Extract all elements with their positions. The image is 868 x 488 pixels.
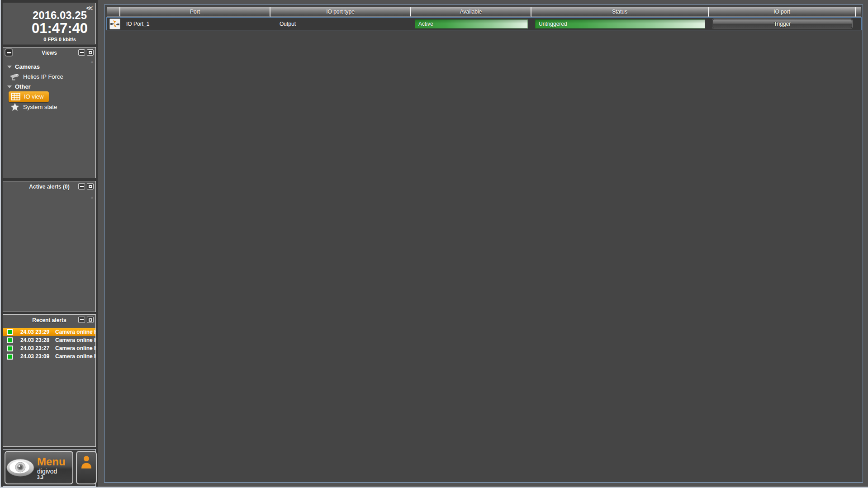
io-port-row[interactable]: IO Port_1 Output Active Untriggered Trig…: [107, 18, 861, 30]
active-alerts-title: Active alerts (0): [29, 184, 69, 190]
tree-item-helios-ip-force[interactable]: Helios IP Force: [3, 71, 95, 82]
alert-time: 24.03 23:09: [20, 353, 55, 360]
table-header-row: Port IO port type Available Status IO po…: [107, 7, 861, 17]
recent-alerts-header: Recent alerts: [3, 315, 95, 326]
alert-status-square-icon: [7, 354, 13, 360]
tree-group-label: Other: [15, 83, 31, 90]
stream-stats: 0 FPS 0 kbit/s: [24, 37, 95, 42]
views-panel-title: Views: [42, 50, 57, 56]
tree-item-io-view[interactable]: IO view: [3, 91, 95, 102]
views-panel-header: Views: [3, 47, 95, 58]
tree-item-label: Helios IP Force: [23, 73, 63, 80]
user-button[interactable]: [76, 451, 97, 484]
alert-text: Camera online Helic: [55, 353, 95, 360]
views-panel: Views ▲ Cameras: [3, 47, 96, 178]
column-header-io-port[interactable]: IO port: [709, 7, 856, 17]
available-status-bar: Active: [415, 19, 528, 28]
expander-down-icon[interactable]: [7, 85, 12, 88]
sidebar: << 2016.03.25 01:47:40 0 FPS 0 kbit/s Vi…: [1, 0, 98, 488]
alert-text: Camera online Helic: [55, 337, 95, 343]
brand-version: 3.3: [37, 475, 66, 480]
column-header-stub: [856, 7, 861, 17]
active-alerts-header: Active alerts (0): [3, 181, 95, 192]
brand-name: digivod: [37, 468, 66, 475]
trigger-button[interactable]: Trigger: [712, 19, 852, 28]
alert-time: 24.03 23:27: [20, 345, 55, 351]
recent-alerts-title: Recent alerts: [32, 317, 66, 323]
minimize-icon: [80, 319, 84, 320]
alert-text: Camera online Helic: [55, 345, 95, 351]
camera-icon: [9, 73, 20, 81]
sidebar-collapse-button[interactable]: <<: [86, 5, 92, 12]
cell-port-name: IO Port_1: [120, 18, 270, 30]
minimize-icon: [80, 52, 84, 53]
tree-item-label: IO view: [24, 93, 43, 100]
panel-minimize-button[interactable]: [78, 183, 85, 190]
panel-maximize-button[interactable]: [87, 49, 94, 56]
grid-icon: [11, 93, 21, 101]
clock-date: 2016.03.25: [24, 9, 95, 21]
alert-row[interactable]: 24.03 23:27 Camera online Helic: [3, 344, 95, 352]
alert-row[interactable]: 24.03 23:29 Camera online Helic: [3, 328, 95, 336]
panel-maximize-button[interactable]: [87, 183, 94, 190]
maximize-icon: [89, 318, 92, 322]
trigger-status-bar: Untriggered: [535, 19, 705, 28]
clock-panel: << 2016.03.25 01:47:40 0 FPS 0 kbit/s: [3, 3, 96, 44]
menu-strip: Menu digivod 3.3: [3, 449, 96, 487]
alert-row[interactable]: 24.03 23:28 Camera online Helic: [3, 336, 95, 344]
panel-minimize-button[interactable]: [78, 49, 85, 56]
panel-minimize-button[interactable]: [78, 317, 85, 323]
column-header-io-port-type[interactable]: IO port type: [270, 7, 411, 17]
menu-label: Menu: [37, 456, 66, 468]
tree-group-label: Cameras: [15, 63, 40, 70]
user-icon: [80, 455, 93, 469]
tree-item-label: System state: [23, 104, 57, 110]
alert-time: 24.03 23:29: [20, 329, 55, 335]
views-tree: ▲ Cameras Helios IP Force Other: [3, 58, 95, 112]
expander-down-icon[interactable]: [7, 66, 12, 68]
alert-row[interactable]: 24.03 23:09 Camera online Helic: [3, 352, 95, 360]
active-alerts-panel: Active alerts (0) ▲: [3, 181, 96, 312]
io-port-table: Port IO port type Available Status IO po…: [107, 7, 861, 30]
recent-alerts-panel: Recent alerts 24.03 23:29 Camera online …: [3, 314, 96, 447]
alert-text: Camera online Helic: [55, 329, 95, 335]
maximize-icon: [89, 185, 92, 188]
alert-status-square-icon: [7, 329, 13, 335]
tree-item-system-state[interactable]: System state: [3, 102, 95, 112]
tree-group-other[interactable]: Other: [3, 82, 95, 91]
star-icon: [9, 103, 20, 111]
io-port-icon: [109, 19, 120, 29]
scroll-up-icon[interactable]: ▲: [90, 195, 94, 199]
column-header-status[interactable]: Status: [531, 7, 709, 17]
selected-pill: IO view: [9, 91, 49, 102]
maximize-icon: [89, 51, 92, 54]
alert-status-square-icon: [7, 337, 13, 343]
column-header-icon[interactable]: [107, 7, 120, 17]
alert-time: 24.03 23:28: [20, 337, 55, 343]
digivod-eye-logo-icon: [5, 456, 35, 479]
minus-icon: [7, 52, 11, 53]
cell-io-port-type: Output: [270, 18, 411, 30]
panel-pin-button[interactable]: [5, 48, 13, 57]
menu-button[interactable]: Menu digivod 3.3: [5, 451, 73, 484]
column-header-port[interactable]: Port: [120, 7, 270, 17]
alert-status-square-icon: [7, 346, 13, 351]
minimize-icon: [80, 186, 84, 187]
column-header-available[interactable]: Available: [411, 7, 531, 17]
tree-group-cameras[interactable]: Cameras: [3, 62, 95, 71]
recent-alerts-list: 24.03 23:29 Camera online Helic 24.03 23…: [3, 328, 95, 360]
panel-maximize-button[interactable]: [87, 317, 94, 323]
clock-time: 01:47:40: [24, 21, 95, 36]
io-view-main-panel: Port IO port type Available Status IO po…: [104, 5, 863, 483]
